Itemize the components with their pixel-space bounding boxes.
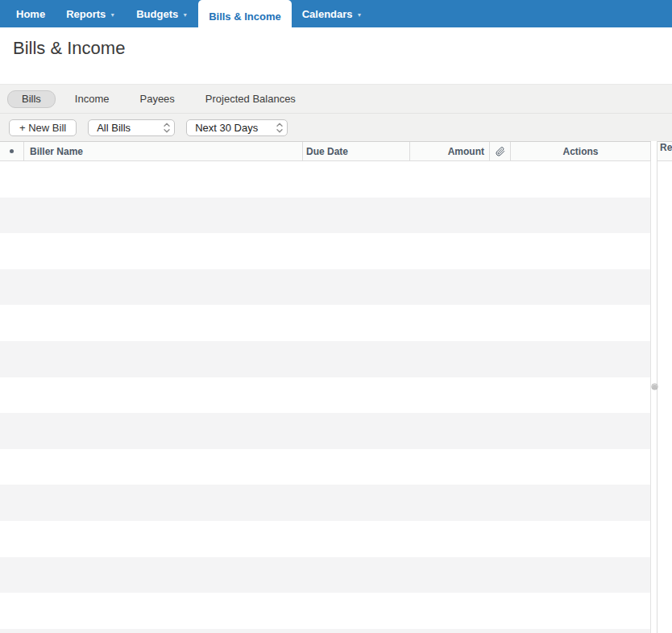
tab-income[interactable]: Income <box>75 93 110 105</box>
paperclip-icon <box>496 147 505 156</box>
nav-item-calendars[interactable]: Calendars ▼ <box>292 0 373 27</box>
column-header-status[interactable] <box>0 142 24 160</box>
page-title: Bills & Income <box>0 27 672 59</box>
column-label: Actions <box>562 146 598 157</box>
bills-workspace: Biller Name Due Date Amount Actions Rec <box>0 141 672 633</box>
bill-filter-value: All Bills <box>97 122 131 134</box>
nav-item-label: Bills & Income <box>209 10 281 23</box>
nav-item-label: Budgets <box>136 8 178 20</box>
nav-item-home[interactable]: Home <box>6 0 56 27</box>
caret-down-icon: ▼ <box>110 12 115 18</box>
nav-item-bills-income[interactable]: Bills & Income <box>198 0 292 32</box>
column-header-amount[interactable]: Amount <box>410 142 490 160</box>
nav-item-label: Calendars <box>302 8 353 20</box>
column-header-actions[interactable]: Actions <box>511 142 651 160</box>
right-panel-header: Rec <box>657 141 672 161</box>
bills-table: Biller Name Due Date Amount Actions <box>0 141 651 633</box>
tab-bills[interactable]: Bills <box>7 90 56 108</box>
top-nav: Home Reports ▼ Budgets ▼ Bills & Income … <box>0 0 672 27</box>
tab-label: Projected Balances <box>205 93 296 105</box>
tab-payees[interactable]: Payees <box>139 93 174 105</box>
date-range-select[interactable]: Next 30 Days <box>186 119 288 136</box>
bill-filter-select[interactable]: All Bills <box>88 119 175 136</box>
nav-item-budgets[interactable]: Budgets ▼ <box>126 0 198 27</box>
column-header-attachment[interactable] <box>490 142 511 160</box>
nav-item-reports[interactable]: Reports ▼ <box>56 0 126 27</box>
nav-item-label: Reports <box>66 8 106 20</box>
tab-label: Bills <box>22 93 41 105</box>
bills-table-body-empty <box>0 161 651 633</box>
bills-income-toolbar-zone: Bills Income Payees Projected Balances +… <box>0 84 672 141</box>
stepper-icon <box>276 123 283 133</box>
column-label: Due Date <box>306 146 348 157</box>
column-header-due-date[interactable]: Due Date <box>303 142 410 160</box>
page-header: Bills & Income <box>0 27 672 84</box>
caret-down-icon: ▼ <box>182 12 188 18</box>
record-dot-icon <box>10 149 14 153</box>
tab-projected-balances[interactable]: Projected Balances <box>205 93 296 105</box>
column-label: Biller Name <box>30 146 83 157</box>
right-panel-clipped: Rec <box>657 141 672 161</box>
column-label: Amount <box>448 146 484 157</box>
tab-label: Income <box>75 93 110 105</box>
bills-table-header: Biller Name Due Date Amount Actions <box>0 141 651 161</box>
nav-item-label: Home <box>16 8 45 20</box>
date-range-value: Next 30 Days <box>195 122 258 134</box>
subtab-bar: Bills Income Payees Projected Balances <box>0 85 672 114</box>
right-panel-header-label: Rec <box>660 142 672 160</box>
pane-resize-handle-icon[interactable] <box>652 384 657 389</box>
tab-label: Payees <box>139 93 174 105</box>
new-bill-button[interactable]: + New Bill <box>9 119 77 136</box>
stepper-icon <box>164 123 170 133</box>
column-header-biller-name[interactable]: Biller Name <box>24 142 303 160</box>
caret-down-icon: ▼ <box>357 12 363 18</box>
controls-row: + New Bill All Bills Next 30 Days <box>0 114 672 141</box>
